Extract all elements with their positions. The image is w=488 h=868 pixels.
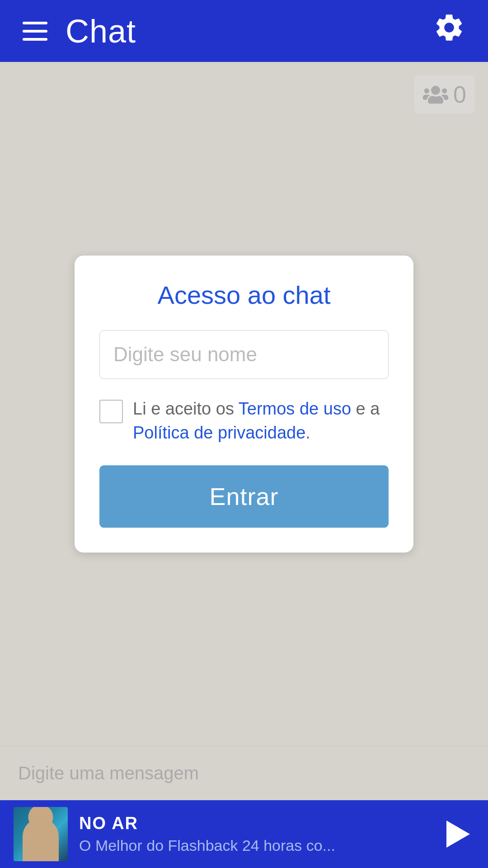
main-content: 0 Acesso ao chat Li e aceito os Termos d… [0,62,488,800]
terms-checkbox[interactable] [99,400,123,423]
settings-button[interactable] [433,11,465,51]
terms-of-use-link[interactable]: Termos de uso [239,399,351,418]
terms-suffix: . [305,423,310,442]
users-count: 0 [453,81,466,108]
hamburger-line-3 [23,38,47,41]
name-input[interactable] [99,330,389,379]
on-air-label: NO AR [79,814,427,833]
users-group-icon [422,85,449,105]
header-left: Chat [23,13,136,50]
enter-button[interactable]: Entrar [99,465,389,528]
chat-area: 0 Acesso ao chat Li e aceito os Termos d… [0,62,488,746]
hamburger-line-2 [23,30,47,33]
thumbnail-person-body [23,818,59,861]
chat-access-modal: Acesso ao chat Li e aceito os Termos de … [75,255,413,552]
terms-text: Li e aceito os Termos de uso e a Polític… [133,397,389,445]
privacy-policy-link[interactable]: Política de privacidade [133,423,305,442]
on-air-description: O Melhor do Flashback 24 horas co... [79,837,427,854]
app-header: Chat [0,0,488,62]
modal-container: Acesso ao chat Li e aceito os Termos de … [75,255,413,552]
terms-middle: e a [351,399,380,418]
terms-prefix: Li e aceito os [133,399,239,418]
thumbnail-image [14,807,68,861]
menu-button[interactable] [23,22,47,41]
users-badge[interactable]: 0 [414,75,474,113]
play-button[interactable] [438,816,474,852]
hamburger-line-1 [23,22,47,24]
thumbnail [14,807,68,861]
page-title: Chat [66,13,136,50]
bottom-bar: NO AR O Melhor do Flashback 24 horas co.… [0,800,488,868]
terms-row: Li e aceito os Termos de uso e a Polític… [99,397,389,445]
play-icon [446,821,470,848]
modal-title: Acesso ao chat [99,280,389,310]
message-placeholder: Digite uma mensagem [18,763,199,783]
bottom-info: NO AR O Melhor do Flashback 24 horas co.… [79,814,427,854]
message-bar: Digite uma mensagem [0,746,488,800]
